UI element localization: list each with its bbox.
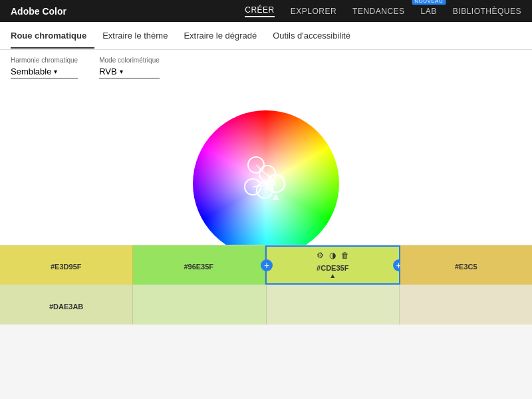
tab-roue-chromatique[interactable]: Roue chromatique — [11, 23, 94, 49]
app-logo: Adobe Color — [11, 6, 66, 17]
swatch-light-2[interactable] — [133, 285, 266, 325]
swatch-2-label: #96E35F — [184, 263, 213, 271]
main-content: ✏ #E3D95F #96E35F + ⚙ ◑ 🗑 #CDE35F ▲ + — [0, 85, 532, 325]
swatches-section: #E3D95F #96E35F + ⚙ ◑ 🗑 #CDE35F ▲ + #E3C… — [0, 245, 532, 325]
swatch-add-left[interactable]: + — [261, 259, 273, 271]
nav-item-tendances[interactable]: TENDANCES — [352, 7, 405, 16]
controls-row: Harmonie chromatique Semblable ▾ Mode co… — [0, 50, 532, 85]
tab-outils-accessibilite[interactable]: Outils d'accessibilité — [273, 23, 358, 49]
swatch-light-3[interactable] — [267, 285, 400, 325]
mode-chevron: ▾ — [120, 68, 123, 75]
mode-value: RVB — [99, 66, 117, 76]
mode-label: Mode colorimétrique — [99, 57, 160, 64]
badge-nouveau: Nouveau — [412, 0, 446, 5]
swatch-contrast-icon[interactable]: ◑ — [329, 251, 336, 260]
swatch-3-actions: ⚙ ◑ 🗑 — [317, 251, 349, 260]
swatch-4-label: #E3C5 — [455, 263, 477, 271]
color-wheel-container[interactable] — [193, 110, 339, 257]
swatches-bottom-row: #DAE3AB — [0, 285, 532, 325]
nav-item-explorer[interactable]: EXPLORER — [291, 7, 336, 16]
harmonie-control: Harmonie chromatique Semblable ▾ — [11, 57, 78, 78]
nav-item-lab[interactable]: Nouveau LAB — [421, 7, 437, 16]
harmonie-label: Harmonie chromatique — [11, 57, 78, 64]
swatch-1-label: #E3D95F — [51, 263, 81, 271]
top-nav: Adobe Color CRÉER EXPLORER TENDANCES Nou… — [0, 0, 532, 22]
swatch-3-label: #CDE35F — [317, 264, 348, 272]
sub-tabs: Roue chromatique Extraire le thème Extra… — [0, 22, 532, 50]
harmonie-dropdown[interactable]: Semblable ▾ — [11, 66, 78, 78]
tab-extraire-theme[interactable]: Extraire le thème — [102, 23, 176, 49]
color-wheel[interactable] — [193, 110, 339, 257]
swatch-light-1-label: #DAE3AB — [49, 303, 83, 311]
nav-items: CRÉER EXPLORER TENDANCES Nouveau LAB BIB… — [245, 5, 521, 17]
swatch-3[interactable]: + ⚙ ◑ 🗑 #CDE35F ▲ + — [265, 245, 400, 285]
mode-dropdown[interactable]: RVB ▾ — [99, 66, 160, 78]
swatch-light-1[interactable]: #DAE3AB — [0, 285, 133, 325]
tab-extraire-degrade[interactable]: Extraire le dégradé — [184, 23, 265, 49]
swatch-delete-icon[interactable]: 🗑 — [341, 251, 349, 260]
harmonie-chevron: ▾ — [54, 68, 57, 75]
swatch-settings-icon[interactable]: ⚙ — [317, 251, 324, 260]
swatch-4[interactable]: #E3C5 — [400, 245, 533, 285]
mode-control: Mode colorimétrique RVB ▾ — [99, 57, 160, 78]
swatch-2[interactable]: #96E35F — [133, 245, 266, 285]
nav-item-creer[interactable]: CRÉER — [245, 5, 275, 17]
nav-item-bibliotheques[interactable]: BIBLIOTHÈQUES — [453, 7, 521, 16]
swatch-light-4[interactable] — [400, 285, 532, 325]
harmonie-value: Semblable — [11, 66, 51, 76]
swatch-1[interactable]: #E3D95F — [0, 245, 133, 285]
swatches-top-row: #E3D95F #96E35F + ⚙ ◑ 🗑 #CDE35F ▲ + #E3C… — [0, 245, 532, 285]
